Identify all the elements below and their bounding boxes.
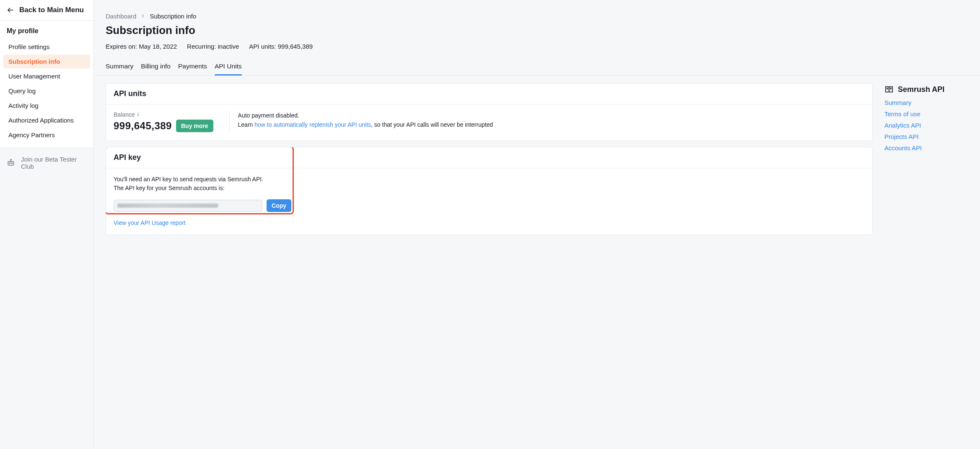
meta-recurring: Recurring: inactive — [187, 43, 239, 50]
tab-payments[interactable]: Payments — [178, 63, 207, 75]
sidebar-section-title: My profile — [0, 21, 93, 39]
page-title: Subscription info — [106, 24, 968, 37]
sidebar: Back to Main Menu My profile Profile set… — [0, 0, 94, 449]
back-label: Back to Main Menu — [19, 6, 84, 14]
api-key-masked — [117, 204, 218, 208]
meta-expires: Expires on: May 18, 2022 — [106, 43, 177, 50]
breadcrumb-dashboard[interactable]: Dashboard — [106, 13, 136, 20]
tab-summary[interactable]: Summary — [106, 63, 133, 75]
rail-link-summary[interactable]: Summary — [884, 99, 968, 106]
balance-value: 999,645,389 — [114, 120, 172, 132]
sidebar-item-profile-settings[interactable]: Profile settings — [3, 40, 90, 54]
usage-report-link[interactable]: View your API Usage report — [114, 219, 186, 226]
rail-link-terms[interactable]: Terms of use — [884, 110, 968, 117]
arrow-left-icon — [7, 6, 14, 14]
auto-payment-status: Auto payment disabled. — [238, 111, 493, 120]
book-icon — [884, 85, 894, 94]
robot-icon — [7, 159, 15, 167]
rail-title: Semrush API — [898, 85, 944, 94]
learn-suffix: , so that your API calls will never be i… — [371, 121, 493, 128]
svg-point-4 — [9, 163, 10, 164]
copy-button[interactable]: Copy — [267, 199, 291, 212]
sidebar-item-query-log[interactable]: Query log — [3, 84, 90, 98]
meta-api-units: API units: 999,645,389 — [249, 43, 313, 50]
rail-link-projects-api[interactable]: Projects API — [884, 133, 968, 140]
breadcrumb: Dashboard Subscription info — [106, 13, 968, 20]
meta-row: Expires on: May 18, 2022 Recurring: inac… — [106, 43, 968, 50]
tabs: Summary Billing info Payments API Units — [94, 63, 980, 76]
divider — [229, 111, 230, 132]
card-title-api-key: API key — [106, 147, 872, 168]
info-icon[interactable]: i — [137, 111, 139, 118]
beta-tester-link[interactable]: Join our Beta Tester Club — [0, 148, 93, 178]
sidebar-nav: Profile settings Subscription info User … — [0, 40, 93, 148]
svg-point-3 — [10, 159, 11, 160]
api-key-desc-2: The API key for your Semrush accounts is… — [114, 184, 865, 193]
svg-rect-1 — [8, 162, 13, 165]
balance-label: Balance — [114, 111, 135, 118]
right-rail: Semrush API Summary Terms of use Analyti… — [884, 83, 968, 151]
api-key-card: API key You'll need an API key to send r… — [106, 147, 873, 235]
tab-billing-info[interactable]: Billing info — [141, 63, 171, 75]
back-to-main-menu[interactable]: Back to Main Menu — [0, 0, 93, 21]
beta-label: Join our Beta Tester Club — [21, 156, 87, 170]
breadcrumb-current: Subscription info — [150, 13, 196, 20]
chevron-right-icon — [140, 13, 145, 20]
learn-prefix: Learn — [238, 121, 255, 128]
sidebar-item-user-management[interactable]: User Management — [3, 69, 90, 83]
buy-more-button[interactable]: Buy more — [176, 120, 213, 132]
tab-api-units[interactable]: API Units — [215, 63, 242, 75]
api-key-input[interactable] — [114, 200, 262, 211]
sidebar-item-activity-log[interactable]: Activity log — [3, 99, 90, 112]
sidebar-item-authorized-applications[interactable]: Authorized Applications — [3, 113, 90, 127]
rail-link-accounts-api[interactable]: Accounts API — [884, 144, 968, 151]
main-content: Dashboard Subscription info Subscription… — [94, 0, 980, 449]
card-title-api-units: API units — [106, 84, 872, 104]
api-units-card: API units Balance i 999,645,389 Buy more — [106, 83, 873, 141]
sidebar-item-agency-partners[interactable]: Agency Partners — [3, 128, 90, 142]
svg-point-5 — [11, 163, 12, 164]
sidebar-item-subscription-info[interactable]: Subscription info — [3, 55, 90, 68]
replenish-link[interactable]: how to automatically replenish your API … — [254, 121, 371, 128]
api-key-desc-1: You'll need an API key to send requests … — [114, 175, 865, 184]
rail-link-analytics-api[interactable]: Analytics API — [884, 122, 968, 129]
